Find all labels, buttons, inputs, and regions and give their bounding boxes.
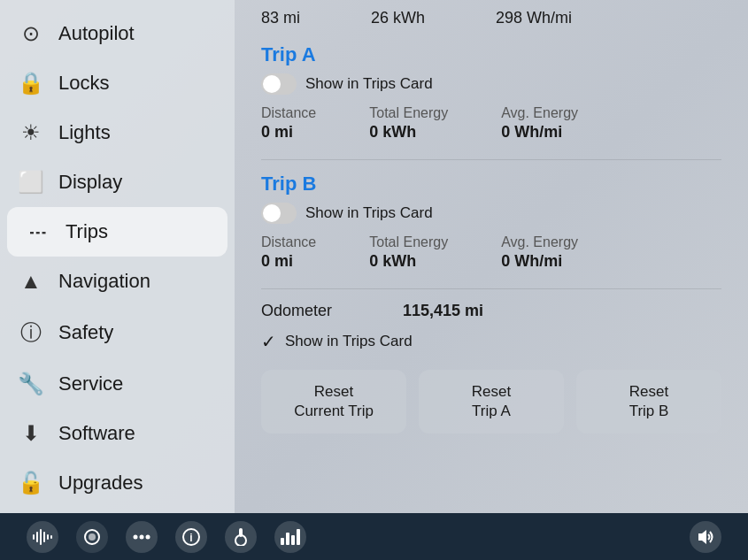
- sidebar-item-navigation[interactable]: ▲ Navigation: [0, 257, 235, 306]
- svg-rect-4: [47, 534, 49, 540]
- sidebar-item-software[interactable]: ⬇ Software: [0, 409, 235, 458]
- sidebar: ⊙ Autopilot 🔒 Locks ☀ Lights ⬜ Display 𝌀…: [0, 0, 235, 513]
- sidebar-item-upgrades[interactable]: 🔓 Upgrades: [0, 458, 235, 508]
- sidebar-item-trips[interactable]: 𝌀 Trips: [7, 207, 227, 257]
- lights-icon: ☀: [18, 120, 44, 145]
- sidebar-label-locks: Locks: [58, 72, 109, 95]
- reset-current-trip-button[interactable]: ResetCurrent Trip: [261, 370, 406, 433]
- trip-b-energy-item: Total Energy 0 kWh: [369, 234, 448, 271]
- trip-a-energy-value: 0 kWh: [369, 123, 448, 142]
- camera-icon[interactable]: [76, 521, 108, 553]
- trip-a-energy-label: Total Energy: [369, 105, 448, 121]
- svg-rect-5: [50, 535, 52, 539]
- main-content: 83 mi 26 kWh 298 Wh/mi Trip A Show in Tr…: [235, 0, 748, 513]
- sidebar-item-display[interactable]: ⬜ Display: [0, 157, 235, 207]
- svg-point-7: [89, 533, 96, 541]
- sidebar-item-service[interactable]: 🔧 Service: [0, 359, 235, 409]
- trip-a-energy-item: Total Energy 0 kWh: [369, 105, 448, 142]
- trip-a-distance-item: Distance 0 mi: [261, 105, 316, 142]
- joystick-icon[interactable]: [225, 521, 257, 553]
- sidebar-label-upgrades: Upgrades: [58, 472, 143, 495]
- sidebar-item-locks[interactable]: 🔒 Locks: [0, 58, 235, 108]
- svg-text:i: i: [189, 532, 192, 544]
- trip-b-title: Trip B: [261, 173, 721, 196]
- divider-1: [261, 159, 721, 160]
- sidebar-item-lights[interactable]: ☀ Lights: [0, 108, 235, 157]
- divider-2: [261, 288, 721, 289]
- odometer-row: Odometer 115,415 mi: [261, 302, 721, 320]
- trip-a-distance-value: 0 mi: [261, 123, 316, 142]
- top-energy: 26 kWh: [371, 9, 425, 27]
- svg-point-10: [146, 534, 150, 539]
- trip-b-energy-value: 0 kWh: [369, 252, 448, 271]
- svg-rect-16: [286, 533, 289, 545]
- display-icon: ⬜: [18, 170, 44, 195]
- sidebar-item-safety[interactable]: ⓘ Safety: [0, 306, 235, 359]
- trip-a-show-label: Show in Trips Card: [305, 75, 433, 93]
- odometer-show-label: Show in Trips Card: [285, 333, 413, 350]
- svg-rect-3: [43, 532, 45, 542]
- top-stats-row: 83 mi 26 kWh 298 Wh/mi: [261, 9, 721, 27]
- trip-b-avg-label: Avg. Energy: [501, 234, 578, 250]
- chart-icon[interactable]: [274, 521, 306, 553]
- sidebar-item-autopilot[interactable]: ⊙ Autopilot: [0, 9, 235, 58]
- trip-a-avg-label: Avg. Energy: [501, 105, 578, 121]
- svg-rect-2: [40, 529, 42, 545]
- svg-point-9: [140, 534, 144, 539]
- info-icon[interactable]: i: [175, 521, 207, 553]
- top-distance: 83 mi: [261, 9, 300, 27]
- reset-trip-b-button[interactable]: ResetTrip B: [576, 370, 721, 433]
- sidebar-label-safety: Safety: [58, 321, 113, 344]
- taskbar-left: i: [27, 521, 306, 553]
- autopilot-icon: ⊙: [18, 21, 44, 46]
- trip-b-stats: Distance 0 mi Total Energy 0 kWh Avg. En…: [261, 234, 721, 271]
- trip-a-toggle[interactable]: [261, 73, 297, 95]
- trip-b-show-row: Show in Trips Card: [261, 203, 721, 224]
- taskbar-right: [690, 521, 721, 553]
- checkmark-icon: ✓: [261, 331, 276, 352]
- software-icon: ⬇: [18, 421, 44, 446]
- lock-icon: 🔒: [18, 71, 44, 96]
- trip-b-avg-energy-item: Avg. Energy 0 Wh/mi: [501, 234, 578, 271]
- svg-rect-0: [33, 534, 35, 540]
- sidebar-label-service: Service: [58, 372, 123, 395]
- svg-marker-19: [698, 530, 706, 544]
- trip-b-avg-value: 0 Wh/mi: [501, 252, 578, 271]
- volume-icon[interactable]: [690, 521, 721, 553]
- svg-rect-18: [297, 529, 300, 545]
- top-avg-energy: 298 Wh/mi: [496, 9, 572, 27]
- sidebar-label-software: Software: [58, 422, 135, 445]
- sidebar-label-trips: Trips: [66, 220, 108, 243]
- svg-rect-1: [36, 532, 38, 542]
- safety-icon: ⓘ: [18, 318, 44, 347]
- svg-rect-17: [291, 535, 295, 545]
- svg-point-8: [134, 534, 138, 539]
- taskbar: i: [0, 513, 748, 560]
- odometer-value: 115,415 mi: [403, 302, 483, 320]
- trip-b-toggle[interactable]: [261, 203, 297, 224]
- upgrades-icon: 🔓: [18, 471, 44, 495]
- trip-a-avg-value: 0 Wh/mi: [501, 123, 578, 142]
- trip-b-distance-label: Distance: [261, 234, 316, 250]
- trip-b-energy-label: Total Energy: [369, 234, 448, 250]
- odometer-show-row: ✓ Show in Trips Card: [261, 331, 721, 352]
- trip-b-section: Trip B Show in Trips Card Distance 0 mi …: [261, 173, 721, 271]
- sidebar-label-navigation: Navigation: [58, 270, 150, 293]
- waveform-icon[interactable]: [27, 521, 58, 553]
- reset-buttons-row: ResetCurrent Trip ResetTrip A ResetTrip …: [261, 370, 721, 433]
- navigation-icon: ▲: [18, 269, 44, 294]
- trip-a-stats: Distance 0 mi Total Energy 0 kWh Avg. En…: [261, 105, 721, 142]
- svg-rect-15: [281, 538, 284, 545]
- dots-icon[interactable]: [126, 521, 158, 553]
- trip-b-show-label: Show in Trips Card: [305, 204, 433, 222]
- trips-icon: 𝌀: [25, 219, 51, 244]
- sidebar-label-autopilot: Autopilot: [58, 22, 135, 45]
- trip-b-distance-value: 0 mi: [261, 252, 316, 271]
- trip-b-distance-item: Distance 0 mi: [261, 234, 316, 271]
- trip-a-show-row: Show in Trips Card: [261, 73, 721, 95]
- trip-a-title: Trip A: [261, 43, 721, 66]
- odometer-label: Odometer: [261, 302, 332, 320]
- sidebar-label-lights: Lights: [58, 121, 111, 144]
- reset-trip-a-button[interactable]: ResetTrip A: [419, 370, 564, 433]
- trip-a-section: Trip A Show in Trips Card Distance 0 mi …: [261, 43, 721, 142]
